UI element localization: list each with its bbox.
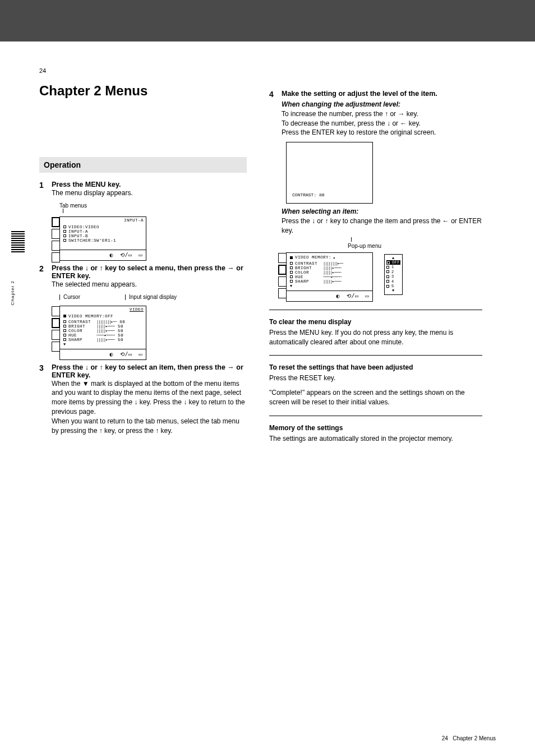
when-changing-label: When changing the adjustment level: xyxy=(282,100,482,109)
divider xyxy=(269,310,482,310)
step-num: 3 xyxy=(39,363,47,436)
popup-caption: Pop-up menu xyxy=(348,237,482,249)
bulb-icon: ◐ xyxy=(109,351,113,358)
reset-body1: Press the RESET key. xyxy=(269,374,482,383)
step3-extra: When the ▼ mark is displayed at the bott… xyxy=(52,379,247,417)
step3-extra2: When you want to return to the tab menus… xyxy=(52,417,247,436)
clear-body: Press the MENU key. If you do not press … xyxy=(269,328,482,348)
footer: 24 Chapter 2 Menus xyxy=(442,735,496,741)
reset-icon: ⟲/▭ xyxy=(347,293,359,299)
when-selecting-label: When selecting an item: xyxy=(282,207,482,216)
reset-title: To reset the settings that have been adj… xyxy=(269,363,482,371)
menu2-labels: Cursor Input signal display xyxy=(59,294,247,300)
rect-icon: ▭ xyxy=(139,252,142,259)
side-stripes xyxy=(11,231,25,276)
page-number-top: 24 xyxy=(39,67,46,74)
divider xyxy=(269,355,482,356)
reset-body2: "Complete!" appears on the screen and th… xyxy=(269,388,482,408)
step1-title: Press the MENU key. xyxy=(52,181,247,188)
step2-detail: The selected menu appears. xyxy=(52,280,247,289)
operation-header: Operation xyxy=(39,157,247,173)
menu-box-video: VIDEO VIDEO MEMORY:OFF CONTRAST||||||||▸… xyxy=(59,306,146,360)
side-chapter-label: Chapter 2 xyxy=(10,280,15,305)
step-3: 3 Press the ↓ or ↑ key to select an item… xyxy=(39,363,247,436)
reset-icon: ⟲/▭ xyxy=(120,252,132,259)
step-num: 4 xyxy=(269,90,277,137)
menu-box-input: INPUT-A VIDEO:VIDEO INPUT-A INPUT-B SWIT… xyxy=(59,216,146,261)
clear-title: To clear the menu display xyxy=(269,318,482,326)
contrast-screen: CONTRAST: 80 xyxy=(286,142,373,204)
inc-text: To increase the number, press the ↑ or →… xyxy=(282,109,482,119)
bulb-icon: ◐ xyxy=(336,293,340,299)
stack-icon: ▭ xyxy=(139,351,142,358)
divider xyxy=(269,416,482,416)
memory-body: The settings are automatically stored in… xyxy=(269,434,482,444)
dec-text: To decrease the number, press the ↓ or ←… xyxy=(282,119,482,128)
rect-icon: ▭ xyxy=(365,293,369,299)
left-column: Operation 1 Press the MENU key. The menu… xyxy=(39,157,247,440)
step4-title: Make the setting or adjust the level of … xyxy=(282,90,482,98)
right-column: 4 Make the setting or adjust the level o… xyxy=(269,90,482,448)
step-4: 4 Make the setting or adjust the level o… xyxy=(269,90,482,137)
tabs-caption: Tab menus xyxy=(59,202,247,213)
step-1: 1 Press the MENU key. The menu display a… xyxy=(39,181,247,198)
enter-text: Press the ENTER key to restore the origi… xyxy=(282,128,482,137)
step-num: 2 xyxy=(39,264,47,289)
bulb-icon: ◐ xyxy=(109,252,113,259)
step-2: 2 Press the ↓ or ↑ key to select a menu,… xyxy=(39,264,247,289)
contrast-text: CONTRAST: 80 xyxy=(292,192,325,197)
top-bar xyxy=(0,0,535,42)
step-num: 1 xyxy=(39,181,47,198)
menu1-topright: INPUT-A xyxy=(60,217,146,223)
menu2-topright: VIDEO xyxy=(60,306,146,312)
chapter-title: Chapter 2 Menus xyxy=(39,83,147,99)
step1-detail: The menu display appears. xyxy=(52,188,247,198)
step3-title: Press the ↓ or ↑ key to select an item, … xyxy=(52,363,247,379)
reset-icon: ⟲/▭ xyxy=(120,351,132,358)
popup-menu: ▲ OFF 1 2 3 4 5 ▼ xyxy=(384,254,403,295)
menu-box-popup: VIDEO MEMORY:◂ ▲ OFF 1 2 3 4 5 ▼ CONTRAS… xyxy=(286,252,373,302)
select-text: Press the ↓ or ↑ key to change the item … xyxy=(282,216,482,236)
memory-title: Memory of the settings xyxy=(269,424,482,432)
step2-title: Press the ↓ or ↑ key to select a menu, t… xyxy=(52,264,247,280)
